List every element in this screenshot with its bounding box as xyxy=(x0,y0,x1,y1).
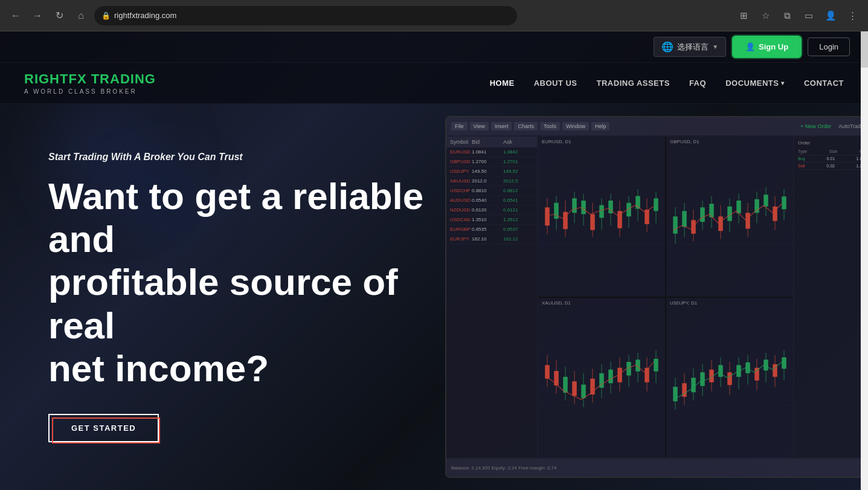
signup-label: Sign Up xyxy=(759,42,788,51)
svg-rect-82 xyxy=(608,369,613,383)
order-row: Sell 0.02 1.2700 xyxy=(798,163,868,170)
chart-title-2: GBPUSD, D1 xyxy=(670,139,699,144)
svg-rect-109 xyxy=(718,365,723,377)
svg-rect-72 xyxy=(563,376,568,392)
svg-rect-37 xyxy=(673,216,678,234)
order-panel-title: Order xyxy=(798,140,868,146)
svg-rect-43 xyxy=(700,207,705,222)
chart-panel-usdjpy: USDJPY, D1 xyxy=(666,298,793,458)
chart-panel-gbpusd: GBPUSD, D1 xyxy=(666,137,793,297)
chevron-down-icon: ▼ xyxy=(712,44,718,50)
svg-rect-49 xyxy=(727,207,732,221)
chart-area: EURUSD, D1 xyxy=(538,137,793,457)
globe-icon: 🌐 xyxy=(661,41,674,53)
order-col-size: Size xyxy=(829,149,838,153)
svg-rect-117 xyxy=(754,367,759,380)
browser-chrome: ← → ↻ ⌂ 🔒 rightfxtrading.com ⊞ ☆ ⧉ ▭ 👤 ⋮ xyxy=(0,0,868,31)
status-text: Balance: 2,14,920 Equity: 2,24 Free marg… xyxy=(451,465,556,471)
window-menu[interactable]: Window xyxy=(562,122,589,131)
hero-content: Start Trading With A Broker You Can Trus… xyxy=(48,152,472,442)
nav-documents[interactable]: DOCUMENTS ▾ xyxy=(725,79,785,88)
lock-icon: 🔒 xyxy=(101,11,111,20)
logo-subtitle: A WORLD CLASS BROKER xyxy=(24,88,156,95)
ask-col-header: Ask xyxy=(503,139,533,145)
svg-rect-105 xyxy=(700,372,705,386)
language-selector[interactable]: 🌐 选择语言 ▼ xyxy=(654,37,726,57)
order-panel: Order Type Size Price Buy 0.01 1.0841 xyxy=(794,137,868,173)
symbol-col-header: Symbol xyxy=(450,139,471,145)
svg-rect-16 xyxy=(590,214,595,230)
svg-rect-78 xyxy=(590,378,595,394)
svg-rect-68 xyxy=(545,365,550,379)
order-row: Buy 0.01 1.0841 xyxy=(798,155,868,163)
charts-menu[interactable]: Charts xyxy=(514,122,538,131)
svg-rect-111 xyxy=(727,372,732,385)
browser-back-button[interactable]: ← xyxy=(7,7,24,24)
svg-rect-12 xyxy=(572,198,577,213)
browser-forward-button[interactable]: → xyxy=(29,7,46,24)
svg-rect-123 xyxy=(782,357,786,369)
nav-about[interactable]: ABOUT US xyxy=(534,79,577,88)
hero-section: Start Trading With A Broker You Can Trus… xyxy=(0,104,868,490)
logo-title: RIGHTFX TRADING xyxy=(24,71,156,87)
scrollbar-thumb[interactable] xyxy=(861,31,868,68)
browser-refresh-button[interactable]: ↻ xyxy=(51,7,68,24)
file-menu[interactable]: File xyxy=(451,122,468,131)
tools-menu[interactable]: Tools xyxy=(540,122,560,131)
translate-icon[interactable]: ⊞ xyxy=(735,7,752,24)
trade-toolbar: File View Insert Charts Tools Window Hel… xyxy=(446,117,868,135)
url-text: rightfxtrading.com xyxy=(114,11,176,20)
svg-rect-47 xyxy=(718,216,723,231)
help-menu[interactable]: Help xyxy=(591,122,610,131)
extensions-icon[interactable]: ⧉ xyxy=(779,7,796,24)
chart-svg-2 xyxy=(666,137,793,297)
lang-label: 选择语言 xyxy=(677,42,709,53)
browser-actions: ⊞ ☆ ⧉ ▭ 👤 ⋮ xyxy=(735,7,861,24)
browser-home-button[interactable]: ⌂ xyxy=(72,7,89,24)
address-bar[interactable]: 🔒 rightfxtrading.com xyxy=(94,6,517,25)
hero-title-line1: Want to get a reliable and xyxy=(48,175,423,260)
person-icon: 👤 xyxy=(745,42,755,51)
bid-col-header: Bid xyxy=(472,139,502,145)
signup-button[interactable]: 👤 Sign Up xyxy=(733,37,800,57)
platform-mockup: File View Insert Charts Tools Window Hel… xyxy=(415,104,868,490)
nav-links: HOME ABOUT US TRADING ASSETS FAQ DOCUMEN… xyxy=(490,79,844,88)
hero-subtitle: Start Trading With A Broker You Can Trus… xyxy=(48,152,472,163)
laptop-screen: File View Insert Charts Tools Window Hel… xyxy=(445,116,868,478)
dropdown-arrow-icon: ▾ xyxy=(781,80,785,86)
nav-contact[interactable]: CONTACT xyxy=(804,79,844,88)
nav-trading-assets[interactable]: TRADING ASSETS xyxy=(597,79,670,88)
nav-faq[interactable]: FAQ xyxy=(689,79,706,88)
chart-svg-4 xyxy=(666,298,793,458)
new-order-btn[interactable]: + New Order xyxy=(800,123,831,129)
info-panel: Order Type Size Price Buy 0.01 1.0841 xyxy=(794,137,868,457)
svg-rect-53 xyxy=(745,213,750,228)
login-button[interactable]: Login xyxy=(808,37,850,56)
svg-rect-14 xyxy=(581,201,586,214)
view-menu[interactable]: View xyxy=(470,122,489,131)
bookmark-icon[interactable]: ☆ xyxy=(757,7,774,24)
nav-home[interactable]: HOME xyxy=(490,79,515,88)
hero-title-line2: profitable source of real xyxy=(48,261,398,346)
scrollbar[interactable] xyxy=(861,31,868,490)
trading-interface: File View Insert Charts Tools Window Hel… xyxy=(446,117,868,477)
profile-icon[interactable]: 👤 xyxy=(822,7,839,24)
sidebar-icon[interactable]: ▭ xyxy=(800,7,817,24)
chart-panel-eurusd: EURUSD, D1 xyxy=(538,137,665,297)
insert-menu[interactable]: Insert xyxy=(491,122,512,131)
svg-rect-61 xyxy=(782,196,786,209)
menu-icon[interactable]: ⋮ xyxy=(844,7,861,24)
svg-rect-18 xyxy=(599,205,604,218)
svg-rect-76 xyxy=(581,384,586,398)
hero-title-line3: net income? xyxy=(48,347,269,389)
order-row: Type Size Price xyxy=(798,148,868,155)
website: 🌐 选择语言 ▼ 👤 Sign Up Login RIGHTFX TRADING… xyxy=(0,31,868,490)
utility-bar: 🌐 选择语言 ▼ 👤 Sign Up Login xyxy=(0,31,868,63)
nav-documents-label: DOCUMENTS xyxy=(725,79,779,88)
symbol-header: Symbol Bid Ask xyxy=(446,137,537,147)
chart-title-3: XAUUSD, D1 xyxy=(542,300,571,306)
get-started-button[interactable]: GET STARTED xyxy=(48,414,159,442)
get-started-label: GET STARTED xyxy=(71,424,136,433)
svg-rect-103 xyxy=(691,378,696,392)
chart-svg-1 xyxy=(538,137,665,297)
